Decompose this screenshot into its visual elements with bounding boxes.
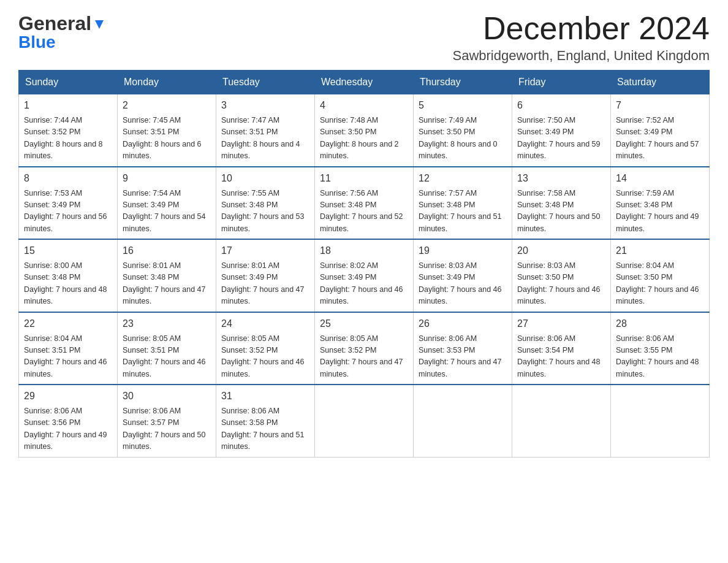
svg-marker-0 — [95, 20, 104, 29]
calendar-cell: 9 Sunrise: 7:54 AMSunset: 3:49 PMDayligh… — [118, 167, 216, 240]
calendar-cell: 11 Sunrise: 7:56 AMSunset: 3:48 PMDaylig… — [315, 167, 414, 240]
day-detail: Sunrise: 8:06 AMSunset: 3:53 PMDaylight:… — [419, 333, 507, 381]
week-row-3: 15 Sunrise: 8:00 AMSunset: 3:48 PMDaylig… — [19, 239, 710, 312]
day-number: 10 — [221, 171, 309, 186]
day-number: 18 — [320, 243, 408, 258]
calendar-cell: 7 Sunrise: 7:52 AMSunset: 3:49 PMDayligh… — [611, 94, 710, 167]
calendar-cell: 21 Sunrise: 8:04 AMSunset: 3:50 PMDaylig… — [611, 239, 710, 312]
day-detail: Sunrise: 8:06 AMSunset: 3:56 PMDaylight:… — [24, 405, 112, 453]
day-number: 29 — [24, 389, 112, 404]
day-detail: Sunrise: 8:01 AMSunset: 3:48 PMDaylight:… — [123, 260, 211, 308]
day-number: 31 — [221, 389, 309, 404]
calendar-cell: 23 Sunrise: 8:05 AMSunset: 3:51 PMDaylig… — [118, 312, 216, 385]
calendar-cell: 26 Sunrise: 8:06 AMSunset: 3:53 PMDaylig… — [414, 312, 512, 385]
weekday-header-row: SundayMondayTuesdayWednesdayThursdayFrid… — [19, 71, 710, 94]
day-detail: Sunrise: 7:56 AMSunset: 3:48 PMDaylight:… — [320, 188, 408, 236]
day-detail: Sunrise: 7:44 AMSunset: 3:52 PMDaylight:… — [24, 115, 112, 163]
calendar-cell: 28 Sunrise: 8:06 AMSunset: 3:55 PMDaylig… — [611, 312, 710, 385]
calendar-cell: 20 Sunrise: 8:03 AMSunset: 3:50 PMDaylig… — [512, 239, 611, 312]
day-detail: Sunrise: 8:01 AMSunset: 3:49 PMDaylight:… — [221, 260, 309, 308]
day-detail: Sunrise: 8:04 AMSunset: 3:50 PMDaylight:… — [616, 260, 704, 308]
day-number: 12 — [419, 171, 507, 186]
day-detail: Sunrise: 8:05 AMSunset: 3:52 PMDaylight:… — [221, 333, 309, 381]
day-detail: Sunrise: 7:53 AMSunset: 3:49 PMDaylight:… — [24, 188, 112, 236]
calendar-cell: 18 Sunrise: 8:02 AMSunset: 3:49 PMDaylig… — [315, 239, 414, 312]
title-area: December 2024 Sawbridgeworth, England, U… — [453, 12, 710, 64]
calendar-cell: 6 Sunrise: 7:50 AMSunset: 3:49 PMDayligh… — [512, 94, 611, 167]
day-detail: Sunrise: 8:03 AMSunset: 3:50 PMDaylight:… — [517, 260, 605, 308]
day-number: 13 — [517, 171, 605, 186]
location-title: Sawbridgeworth, England, United Kingdom — [453, 48, 710, 64]
calendar-cell: 25 Sunrise: 8:05 AMSunset: 3:52 PMDaylig… — [315, 312, 414, 385]
day-number: 21 — [616, 243, 704, 258]
day-number: 8 — [24, 171, 112, 186]
calendar-cell — [611, 385, 710, 457]
week-row-1: 1 Sunrise: 7:44 AMSunset: 3:52 PMDayligh… — [19, 94, 710, 167]
calendar-cell — [512, 385, 611, 457]
day-detail: Sunrise: 7:59 AMSunset: 3:48 PMDaylight:… — [616, 188, 704, 236]
day-detail: Sunrise: 8:06 AMSunset: 3:58 PMDaylight:… — [221, 405, 309, 453]
day-detail: Sunrise: 7:55 AMSunset: 3:48 PMDaylight:… — [221, 188, 309, 236]
day-detail: Sunrise: 8:00 AMSunset: 3:48 PMDaylight:… — [24, 260, 112, 308]
calendar-cell: 10 Sunrise: 7:55 AMSunset: 3:48 PMDaylig… — [216, 167, 315, 240]
day-detail: Sunrise: 7:49 AMSunset: 3:50 PMDaylight:… — [419, 115, 507, 163]
day-number: 16 — [123, 243, 211, 258]
day-detail: Sunrise: 8:05 AMSunset: 3:51 PMDaylight:… — [123, 333, 211, 381]
calendar-cell: 17 Sunrise: 8:01 AMSunset: 3:49 PMDaylig… — [216, 239, 315, 312]
calendar-cell: 14 Sunrise: 7:59 AMSunset: 3:48 PMDaylig… — [611, 167, 710, 240]
day-number: 24 — [221, 316, 309, 331]
day-number: 11 — [320, 171, 408, 186]
logo-text-blue: Blue — [18, 33, 56, 52]
day-number: 26 — [419, 316, 507, 331]
day-number: 2 — [123, 98, 211, 113]
day-detail: Sunrise: 8:06 AMSunset: 3:57 PMDaylight:… — [123, 405, 211, 453]
calendar-cell: 8 Sunrise: 7:53 AMSunset: 3:49 PMDayligh… — [19, 167, 118, 240]
day-detail: Sunrise: 7:45 AMSunset: 3:51 PMDaylight:… — [123, 115, 211, 163]
day-number: 5 — [419, 98, 507, 113]
day-number: 23 — [123, 316, 211, 331]
calendar-cell: 27 Sunrise: 8:06 AMSunset: 3:54 PMDaylig… — [512, 312, 611, 385]
day-detail: Sunrise: 8:04 AMSunset: 3:51 PMDaylight:… — [24, 333, 112, 381]
day-detail: Sunrise: 7:48 AMSunset: 3:50 PMDaylight:… — [320, 115, 408, 163]
day-number: 7 — [616, 98, 704, 113]
day-detail: Sunrise: 7:50 AMSunset: 3:49 PMDaylight:… — [517, 115, 605, 163]
calendar-cell: 1 Sunrise: 7:44 AMSunset: 3:52 PMDayligh… — [19, 94, 118, 167]
calendar-cell: 2 Sunrise: 7:45 AMSunset: 3:51 PMDayligh… — [118, 94, 216, 167]
week-row-4: 22 Sunrise: 8:04 AMSunset: 3:51 PMDaylig… — [19, 312, 710, 385]
day-detail: Sunrise: 7:57 AMSunset: 3:48 PMDaylight:… — [419, 188, 507, 236]
calendar-cell — [414, 385, 512, 457]
day-detail: Sunrise: 8:06 AMSunset: 3:55 PMDaylight:… — [616, 333, 704, 381]
day-detail: Sunrise: 8:02 AMSunset: 3:49 PMDaylight:… — [320, 260, 408, 308]
calendar-cell: 29 Sunrise: 8:06 AMSunset: 3:56 PMDaylig… — [19, 385, 118, 457]
day-detail: Sunrise: 7:47 AMSunset: 3:51 PMDaylight:… — [221, 115, 309, 163]
day-detail: Sunrise: 8:03 AMSunset: 3:49 PMDaylight:… — [419, 260, 507, 308]
calendar-cell: 19 Sunrise: 8:03 AMSunset: 3:49 PMDaylig… — [414, 239, 512, 312]
calendar-cell: 16 Sunrise: 8:01 AMSunset: 3:48 PMDaylig… — [118, 239, 216, 312]
day-number: 30 — [123, 389, 211, 404]
weekday-header-tuesday: Tuesday — [216, 71, 315, 94]
day-number: 22 — [24, 316, 112, 331]
weekday-header-wednesday: Wednesday — [315, 71, 414, 94]
calendar-cell: 30 Sunrise: 8:06 AMSunset: 3:57 PMDaylig… — [118, 385, 216, 457]
weekday-header-thursday: Thursday — [414, 71, 512, 94]
day-number: 4 — [320, 98, 408, 113]
day-number: 9 — [123, 171, 211, 186]
logo: General Blue — [18, 12, 106, 52]
day-number: 17 — [221, 243, 309, 258]
page-header: General Blue December 2024 Sawbridgewort… — [18, 12, 710, 64]
calendar-cell: 4 Sunrise: 7:48 AMSunset: 3:50 PMDayligh… — [315, 94, 414, 167]
weekday-header-saturday: Saturday — [611, 71, 710, 94]
weekday-header-monday: Monday — [118, 71, 216, 94]
calendar-cell: 15 Sunrise: 8:00 AMSunset: 3:48 PMDaylig… — [19, 239, 118, 312]
logo-arrow-icon — [93, 18, 106, 31]
calendar-cell: 24 Sunrise: 8:05 AMSunset: 3:52 PMDaylig… — [216, 312, 315, 385]
calendar-cell: 12 Sunrise: 7:57 AMSunset: 3:48 PMDaylig… — [414, 167, 512, 240]
weekday-header-sunday: Sunday — [19, 71, 118, 94]
day-detail: Sunrise: 8:06 AMSunset: 3:54 PMDaylight:… — [517, 333, 605, 381]
day-number: 25 — [320, 316, 408, 331]
calendar-cell — [315, 385, 414, 457]
day-detail: Sunrise: 8:05 AMSunset: 3:52 PMDaylight:… — [320, 333, 408, 381]
calendar-cell: 5 Sunrise: 7:49 AMSunset: 3:50 PMDayligh… — [414, 94, 512, 167]
day-number: 19 — [419, 243, 507, 258]
calendar-table: SundayMondayTuesdayWednesdayThursdayFrid… — [18, 70, 710, 458]
